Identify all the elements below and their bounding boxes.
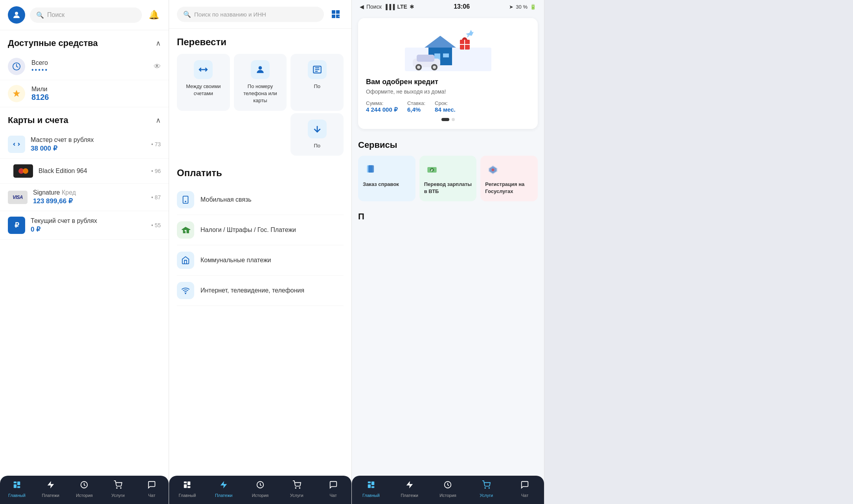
panel2-nav-history[interactable]: История <box>248 480 272 498</box>
service-order-docs[interactable]: Заказ справок <box>358 156 415 201</box>
services-section: Сервисы Заказ справок <box>352 134 544 205</box>
panel3-nav-chat[interactable]: Чат <box>513 480 537 498</box>
svg-rect-14 <box>333 11 334 13</box>
credit-banner[interactable]: Вам одобрен кредит Оформите, не выходя и… <box>358 18 538 129</box>
svg-rect-49 <box>368 165 374 173</box>
panel2-nav-history-label: История <box>252 493 269 498</box>
nav-chat[interactable]: Чат <box>140 480 164 498</box>
black-card-name: Black Edition 964 <box>39 167 146 175</box>
panel2-nav-payments-icon <box>219 480 228 491</box>
panel2-nav-main[interactable]: Главный <box>175 480 199 498</box>
eye-icon[interactable]: 👁 <box>154 63 161 71</box>
signature-account-last4: • 87 <box>151 194 161 200</box>
credit-banner-subtitle: Оформите, не выходя из дома! <box>366 88 530 95</box>
master-account-icon <box>8 136 25 153</box>
transfer-phone-label: По номеру телефона или карты <box>239 83 282 105</box>
pay-utilities-label: Коммунальные платежи <box>200 257 271 264</box>
svg-rect-27 <box>184 484 187 488</box>
panel2-nav-services[interactable]: Услуги <box>285 480 309 498</box>
battery-icon: 🔋 <box>530 4 536 10</box>
search-bar[interactable]: 🔍 Поиск <box>30 7 142 23</box>
cards-title: Карты и счета <box>8 115 68 125</box>
nav-chat-icon <box>147 480 156 491</box>
svg-marker-60 <box>406 481 413 488</box>
available-funds-header: Доступные средства ∧ <box>0 30 169 53</box>
credit-illustration <box>366 26 530 73</box>
signal-bars-icon: ▐▐▐ <box>384 4 395 10</box>
transfer-by-phone[interactable]: По номеру телефона или карты <box>234 54 287 111</box>
chevron-up-icon[interactable]: ∧ <box>156 39 161 48</box>
svg-point-24 <box>185 201 186 202</box>
nav-history-label: История <box>76 493 93 498</box>
pay-internet[interactable]: Интернет, телевидение, телефония <box>177 276 344 306</box>
nav-payments-label: Платежи <box>42 493 59 498</box>
signature-account-item[interactable]: VISA Signature Кред 123 899,66 ₽ • 87 <box>0 184 169 211</box>
nav-services[interactable]: Услуги <box>106 480 130 498</box>
nav-chat-label: Чат <box>148 493 155 498</box>
payments-search-bar[interactable]: 🔍 Поиск по названию и ИНН <box>177 7 324 22</box>
pay-taxes-label: Налоги / Штрафы / Гос. Платежи <box>200 226 296 234</box>
transfer-between-label: Между своими счетами <box>182 83 225 97</box>
panel3-nav-chat-icon <box>520 480 529 491</box>
transfer-between-accounts[interactable]: Между своими счетами <box>177 54 230 111</box>
cards-chevron-icon[interactable]: ∧ <box>156 116 161 125</box>
svg-rect-38 <box>443 53 449 57</box>
panel3-nav-payments-label: Платежи <box>401 493 418 498</box>
wifi-icon: ✱ <box>410 4 414 10</box>
nav-history-icon <box>80 480 88 491</box>
back-arrow-icon: ◀ <box>360 4 364 10</box>
panel2-nav-main-label: Главный <box>178 493 196 498</box>
svg-point-25 <box>185 293 186 294</box>
svg-rect-26 <box>184 482 187 484</box>
svg-point-33 <box>299 487 300 488</box>
nav-main-icon <box>13 480 21 491</box>
battery-label: 30 % <box>516 4 528 10</box>
panel3-nav-payments[interactable]: Платежи <box>398 480 421 498</box>
miles-balance-item[interactable]: Мили 8126 <box>0 80 169 107</box>
master-account-item[interactable]: Мастер счет в рублях 38 000 ₽ • 73 <box>0 130 169 159</box>
svg-point-63 <box>489 487 490 488</box>
svg-rect-5 <box>17 482 20 485</box>
panel3-nav-history[interactable]: История <box>436 480 460 498</box>
pay-utilities[interactable]: Коммунальные платежи <box>177 245 344 276</box>
panel3-nav-main[interactable]: Главный <box>359 480 383 498</box>
payments-search-placeholder: Поиск по названию и ИНН <box>194 11 266 18</box>
user-avatar[interactable] <box>8 6 25 24</box>
service-salary-label: Перевод зарплаты в ВТБ <box>424 181 472 195</box>
qr-button[interactable] <box>328 6 344 22</box>
signature-account-amount: 123 899,66 ₽ <box>33 197 146 205</box>
credit-term: Срок: 84 мес. <box>435 100 456 113</box>
panel2-nav-chat[interactable]: Чат <box>322 480 345 498</box>
current-account-item[interactable]: ₽ Текущий счет в рублях 0 ₽ • 55 <box>0 211 169 240</box>
svg-marker-7 <box>47 481 54 488</box>
pay-taxes[interactable]: Налоги / Штрафы / Гос. Платежи <box>177 215 344 245</box>
panel2-bottom-nav: Главный Платежи История Услуги Чат <box>169 476 351 504</box>
miles-label: Мили <box>31 86 161 93</box>
notification-icon[interactable]: 🔔 <box>147 8 161 22</box>
black-card-item[interactable]: Black Edition 964 • 96 <box>0 159 169 184</box>
svg-point-45 <box>417 66 420 69</box>
total-balance-item[interactable]: Всего ••••• 👁 <box>0 53 169 80</box>
pay-mobile[interactable]: Мобильная связь <box>177 185 344 215</box>
service-salary-transfer[interactable]: ₽ Перевод зарплаты в ВТБ <box>419 156 477 201</box>
credit-amount-value: 4 244 000 ₽ <box>366 106 398 113</box>
panel2-nav-chat-icon <box>329 480 338 491</box>
current-account-last4: • 55 <box>151 222 161 228</box>
svg-rect-59 <box>371 486 374 488</box>
credit-amount-label: Сумма: <box>366 100 398 106</box>
current-account-info: Текущий счет в рублях 0 ₽ <box>31 217 146 234</box>
svg-rect-6 <box>17 486 20 488</box>
svg-rect-28 <box>188 482 190 485</box>
service-gosuslugi[interactable]: Регистрация на Госуслугах <box>480 156 538 201</box>
panel3-nav-services[interactable]: Услуги <box>474 480 498 498</box>
transfer-by-details[interactable]: По <box>290 54 344 111</box>
nav-history[interactable]: История <box>72 480 96 498</box>
transfer-other[interactable]: По <box>290 113 344 156</box>
location-icon: ➤ <box>509 4 513 10</box>
black-card-info: Black Edition 964 <box>39 167 146 175</box>
network-label: LTE <box>397 4 407 10</box>
credit-banner-title: Вам одобрен кредит <box>366 78 530 86</box>
nav-main[interactable]: Главный <box>5 480 29 498</box>
panel2-nav-payments[interactable]: Платежи <box>212 480 235 498</box>
nav-payments[interactable]: Платежи <box>39 480 63 498</box>
